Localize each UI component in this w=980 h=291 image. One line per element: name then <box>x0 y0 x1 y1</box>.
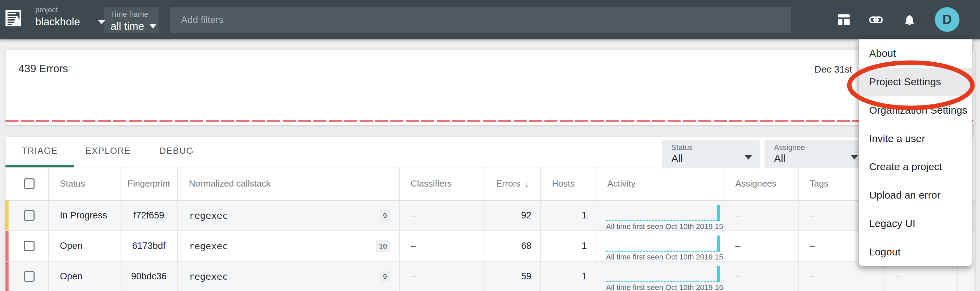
activity-cell: All time first seen Oct 10th 2019 16:08 <box>597 262 724 291</box>
row-checkbox[interactable] <box>24 241 35 251</box>
classifiers-cell: – <box>400 200 485 231</box>
status-cell: Open <box>49 231 121 261</box>
column-header-callstack[interactable]: Normalized callstack <box>178 167 400 200</box>
table-row[interactable]: In Progress f72f659 regexec 9 – 92 1 All… <box>5 200 975 231</box>
menu-item-project-settings[interactable]: Project Settings <box>859 68 972 96</box>
link-icon <box>869 16 883 24</box>
activity-spike-bar <box>717 205 720 221</box>
timeframe-label: Time frame <box>111 10 159 19</box>
classifiers-cell: – <box>400 262 485 291</box>
status-filter-label: Status <box>671 143 692 152</box>
select-all-checkbox[interactable] <box>24 178 35 189</box>
row-select-cell <box>5 200 49 231</box>
callstack-cell[interactable]: regexec 10 <box>178 231 400 261</box>
column-header-activity[interactable]: Activity <box>597 167 724 200</box>
assignee-filter-label: Assignee <box>774 143 805 152</box>
status-cell: Open <box>49 262 121 291</box>
tab-explore[interactable]: EXPLORE <box>74 137 142 165</box>
table-header: Status Fingerprint Normalized callstack … <box>5 167 975 200</box>
menu-item-logout[interactable]: Logout <box>859 238 972 266</box>
row-checkbox[interactable] <box>24 271 35 282</box>
status-filter-dropdown[interactable]: Status All <box>662 140 760 168</box>
column-header-hosts[interactable]: Hosts <box>541 167 597 200</box>
tab-debug[interactable]: DEBUG <box>142 137 211 165</box>
assignee-filter-value: All <box>774 153 785 164</box>
callstack-function: regexec <box>178 210 228 221</box>
callstack-cell[interactable]: regexec 9 <box>178 262 400 291</box>
assignees-cell: – <box>724 200 799 231</box>
menu-item-create-a-project[interactable]: Create a project <box>859 153 972 181</box>
filters-bar <box>170 7 791 33</box>
menu-item-organization-settings[interactable]: Organization Settings <box>859 96 972 125</box>
column-header-errors[interactable]: Errors ↓ <box>485 167 541 200</box>
frames-count-badge: 9 <box>380 210 390 221</box>
hosts-count-cell: 1 <box>541 262 597 291</box>
fingerprint-cell[interactable]: f72f659 <box>121 200 178 231</box>
errors-summary-card: 439 Errors Dec 31st <box>5 49 975 125</box>
column-header-assignees[interactable]: Assignees <box>724 167 799 200</box>
column-header-status[interactable]: Status <box>49 167 121 200</box>
copy-link-button[interactable] <box>869 16 883 25</box>
menu-item-legacy-ui[interactable]: Legacy UI <box>859 210 972 238</box>
first-seen-caption: All time first seen Oct 10th 2019 15:22 <box>606 222 724 231</box>
status-color-stripe <box>5 262 8 291</box>
assignee-filter-dropdown[interactable]: Assignee All <box>764 140 866 168</box>
notifications-button[interactable] <box>903 13 916 29</box>
status-filter-value: All <box>671 153 682 164</box>
callstack-cell[interactable]: regexec 9 <box>178 200 400 231</box>
activity-spike-bar <box>717 266 720 282</box>
add-filters-input[interactable] <box>170 7 791 33</box>
tab-triage[interactable]: TRIAGE <box>5 137 74 165</box>
assignees-cell: – <box>724 262 799 291</box>
status-color-stripe <box>5 200 8 231</box>
callstack-function: regexec <box>178 271 228 282</box>
column-header-classifiers[interactable]: Classifiers <box>400 167 485 200</box>
header-checkbox-cell <box>5 167 49 200</box>
bell-icon <box>903 13 916 27</box>
callstack-function: regexec <box>178 241 228 251</box>
row-select-cell <box>5 262 49 291</box>
top-app-bar: project blackhole Time frame all time <box>0 0 980 40</box>
first-seen-caption: All time first seen Oct 10th 2019 16:08 <box>606 283 724 291</box>
chevron-down-icon <box>745 155 752 159</box>
dashboard-layout-icon <box>838 14 850 25</box>
table-row[interactable]: Open 90bdc36 regexec 9 – 59 1 All time f… <box>5 262 975 291</box>
status-cell: In Progress <box>49 200 121 231</box>
classifiers-cell: – <box>400 231 485 261</box>
sort-descending-icon: ↓ <box>525 178 529 189</box>
project-selector[interactable]: project blackhole <box>35 5 105 28</box>
column-header-fingerprint[interactable]: Fingerprint <box>121 167 178 200</box>
activity-spike-bar <box>717 235 720 252</box>
assignees-cell: – <box>724 231 799 261</box>
chart-end-date: Dec 31st <box>815 64 853 75</box>
user-avatar[interactable]: D <box>935 7 959 32</box>
chevron-down-icon <box>851 155 858 159</box>
errors-count-cell: 59 <box>485 262 541 291</box>
row-select-cell <box>5 231 49 261</box>
project-value: blackhole <box>35 16 80 28</box>
fingerprint-cell[interactable]: 90bdc36 <box>121 262 178 291</box>
project-label: project <box>35 5 105 14</box>
dashboard-layout-button[interactable] <box>838 14 850 26</box>
row-checkbox[interactable] <box>24 210 35 221</box>
status-color-stripe <box>5 231 8 261</box>
frames-count-badge: 9 <box>380 271 390 282</box>
errors-count-cell: 68 <box>485 231 541 261</box>
backtrace-logo-icon <box>5 10 21 26</box>
hosts-count-cell: 1 <box>541 200 597 231</box>
hosts-count-cell: 1 <box>541 231 597 261</box>
menu-item-invite-a-user[interactable]: Invite a user <box>859 124 972 153</box>
fingerprint-cell[interactable]: 6173bdf <box>121 231 178 261</box>
active-tab-indicator <box>5 165 74 167</box>
activity-sparkline <box>606 220 718 221</box>
timeframe-value: all time <box>111 20 144 33</box>
activity-sparkline <box>606 281 718 282</box>
table-row[interactable]: Open 6173bdf regexec 10 – 68 1 All time … <box>5 231 975 262</box>
timeframe-selector[interactable]: Time frame all time <box>104 7 159 33</box>
activity-sparkline <box>606 251 718 252</box>
menu-item-about[interactable]: About <box>859 40 972 68</box>
errors-count: 439 Errors <box>19 63 68 75</box>
app-root: project blackhole Time frame all time <box>0 0 980 291</box>
frames-count-badge: 10 <box>376 240 390 252</box>
menu-item-upload-an-error[interactable]: Upload an error <box>859 181 972 210</box>
